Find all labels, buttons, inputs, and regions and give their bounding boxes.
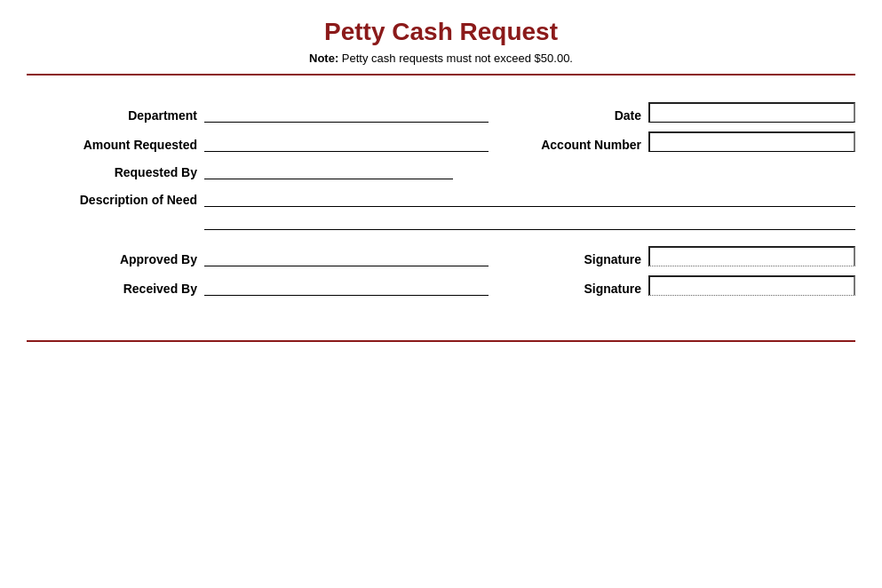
received-by-label: Received By [27,282,204,296]
department-date-row: Department Date [27,102,855,123]
form-body: Department Date Amount Requested Account… [27,93,855,314]
date-section: Date [506,102,855,123]
department-label: Department [27,108,204,123]
signature1-label: Signature [506,252,648,266]
department-input[interactable] [204,104,489,123]
signature1-input[interactable] [648,246,855,266]
description-input[interactable] [204,188,855,207]
amount-section: Amount Requested [27,133,506,152]
description-extra-line-row [27,212,855,230]
bottom-divider [27,340,855,342]
account-number-input[interactable] [648,131,855,152]
bottom-spacer [27,314,855,331]
received-signature2-row: Received By Signature [27,275,855,296]
requested-by-section: Requested By [27,161,506,179]
signature1-section: Signature [506,246,855,266]
page-title: Petty Cash Request [27,18,855,46]
date-label: Date [506,108,648,123]
account-section: Account Number [506,131,855,152]
signature2-input[interactable] [648,275,855,296]
account-number-label: Account Number [506,138,648,152]
signature2-label: Signature [506,282,648,296]
description-extra-line [204,212,855,230]
department-section: Department [27,104,506,123]
note-line: Note: Petty cash requests must not excee… [27,52,855,65]
approved-by-label: Approved By [27,252,204,266]
amount-account-row: Amount Requested Account Number [27,131,855,152]
approved-signature1-row: Approved By Signature [27,246,855,266]
signature2-section: Signature [506,275,855,296]
note-text: Petty cash requests must not exceed $50.… [338,52,573,65]
description-row: Description of Need [27,188,855,207]
approved-by-input[interactable] [204,248,489,266]
received-by-section: Received By [27,277,506,296]
description-label: Description of Need [27,193,204,207]
amount-input[interactable] [204,133,489,152]
date-input[interactable] [648,102,855,123]
received-by-input[interactable] [204,277,489,296]
page: Petty Cash Request Note: Petty cash requ… [0,0,882,588]
approved-by-section: Approved By [27,248,506,266]
top-divider [27,74,855,75]
requested-by-input[interactable] [204,161,453,179]
note-bold-label: Note: [309,52,338,65]
requested-by-label: Requested By [27,165,204,179]
requested-by-row: Requested By [27,161,855,179]
amount-requested-label: Amount Requested [27,138,204,152]
